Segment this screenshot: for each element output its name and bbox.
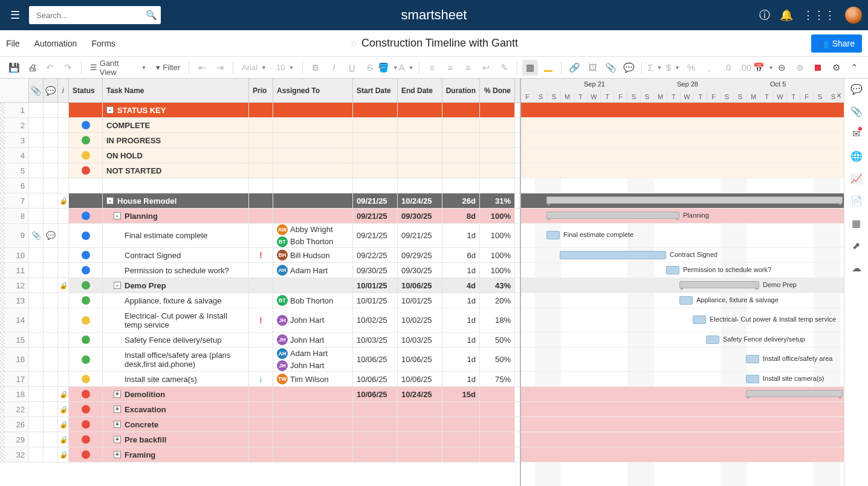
- menu-file[interactable]: File: [6, 39, 20, 48]
- cell-comment[interactable]: [44, 372, 58, 386]
- cell-status[interactable]: [69, 178, 103, 193]
- align-center-icon[interactable]: ≡: [442, 60, 458, 76]
- cell-duration[interactable]: 1d: [442, 308, 480, 332]
- cell-assigned[interactable]: AHAdam HartJHJohn Hart: [273, 348, 353, 371]
- cell-task[interactable]: NOT STARTED: [103, 163, 249, 178]
- zoom-in-icon[interactable]: ⊕: [792, 60, 808, 76]
- row-number[interactable]: 2: [0, 118, 29, 132]
- cell-info[interactable]: [58, 263, 69, 277]
- cell-assigned[interactable]: [273, 209, 353, 223]
- currency-icon[interactable]: $▼: [665, 60, 681, 76]
- cell-status[interactable]: [69, 103, 103, 117]
- gantt-row[interactable]: [521, 417, 844, 432]
- cell-priority[interactable]: [249, 263, 273, 277]
- cell-end-date[interactable]: 10/24/25: [398, 193, 442, 208]
- cell-end-date[interactable]: 10/02/25: [398, 308, 442, 332]
- panel-summary-icon[interactable]: 📄: [850, 195, 863, 207]
- share-button[interactable]: 👥 Share: [811, 34, 862, 53]
- cell-percent-done[interactable]: [480, 432, 515, 447]
- cell-start-date[interactable]: [353, 402, 398, 416]
- cell-task[interactable]: -Demo Prep: [103, 278, 249, 293]
- cell-info[interactable]: 🔒: [58, 278, 69, 293]
- row-number[interactable]: 8: [0, 209, 29, 223]
- cell-end-date[interactable]: [398, 432, 442, 447]
- cell-percent-done[interactable]: 31%: [480, 193, 515, 208]
- strike-icon[interactable]: S: [362, 60, 378, 76]
- cell-priority[interactable]: !: [249, 308, 273, 332]
- cell-percent-done[interactable]: 50%: [480, 348, 515, 371]
- cell-duration[interactable]: 8d: [442, 209, 480, 223]
- cell-start-date[interactable]: [353, 118, 398, 132]
- cell-attachment[interactable]: [29, 348, 44, 371]
- cell-duration[interactable]: 1d: [442, 293, 480, 308]
- grid-row[interactable]: 11Permission to schedule work?AHAdam Har…: [0, 263, 520, 278]
- cell-duration[interactable]: [442, 402, 480, 416]
- cell-end-date[interactable]: [398, 103, 442, 117]
- cell-priority[interactable]: !: [249, 248, 273, 262]
- cell-attachment[interactable]: [29, 372, 44, 386]
- cell-info[interactable]: [58, 163, 69, 178]
- grid-row[interactable]: 16Install office/safety area (plans desk…: [0, 348, 520, 372]
- cell-percent-done[interactable]: [480, 417, 515, 432]
- grid-row[interactable]: 7🔒-House Remodel09/21/2510/24/2526d31%: [0, 193, 520, 209]
- cell-priority[interactable]: [249, 293, 273, 308]
- row-number[interactable]: 10: [0, 248, 29, 262]
- cell-assigned[interactable]: TWTim Wilson: [273, 372, 353, 386]
- cell-percent-done[interactable]: 100%: [480, 263, 515, 277]
- gantt-close-icon[interactable]: ×: [837, 91, 841, 100]
- col-info-icon[interactable]: i: [58, 79, 69, 102]
- underline-icon[interactable]: U: [344, 60, 360, 76]
- gantt-row[interactable]: [521, 118, 844, 133]
- cell-end-date[interactable]: [398, 447, 442, 462]
- row-number[interactable]: 6: [0, 178, 29, 193]
- cell-status[interactable]: [69, 308, 103, 332]
- gantt-bar[interactable]: [560, 251, 666, 259]
- cell-attachment[interactable]: [29, 402, 44, 416]
- cell-percent-done[interactable]: 100%: [480, 248, 515, 262]
- cell-task[interactable]: +Excavation: [103, 402, 249, 416]
- row-number[interactable]: 26: [0, 417, 29, 432]
- panel-workapps-icon[interactable]: ⬈: [852, 240, 860, 251]
- row-number[interactable]: 16: [0, 348, 29, 371]
- cell-info[interactable]: 🔒: [58, 417, 69, 432]
- highlight-icon[interactable]: [540, 60, 556, 76]
- gantt-bar[interactable]: [746, 375, 759, 383]
- cell-status[interactable]: [69, 148, 103, 163]
- menu-forms[interactable]: Forms: [91, 39, 115, 48]
- cell-end-date[interactable]: 09/30/25: [398, 209, 442, 223]
- cell-task[interactable]: Electrical- Cut power & Install temp ser…: [103, 308, 249, 332]
- attach-icon[interactable]: 📎: [603, 60, 618, 76]
- cell-attachment[interactable]: [29, 417, 44, 432]
- grid-row[interactable]: 1-STATUS KEY: [0, 103, 520, 118]
- row-number[interactable]: 4: [0, 148, 29, 163]
- row-number[interactable]: 13: [0, 293, 29, 308]
- cell-info[interactable]: [58, 178, 69, 193]
- cell-start-date[interactable]: [353, 178, 398, 193]
- cell-comment[interactable]: [44, 278, 58, 293]
- italic-icon[interactable]: I: [326, 60, 342, 76]
- cell-assigned[interactable]: [273, 387, 353, 401]
- cell-info[interactable]: 🔒: [58, 387, 69, 401]
- cell-start-date[interactable]: 10/06/25: [353, 387, 398, 401]
- row-number[interactable]: 17: [0, 372, 29, 386]
- panel-publish-icon[interactable]: 🌐: [850, 151, 863, 162]
- cell-assigned[interactable]: [273, 417, 353, 432]
- cell-info[interactable]: [58, 148, 69, 163]
- grid-row[interactable]: 17Install site camera(s)↓TWTim Wilson10/…: [0, 372, 520, 387]
- cell-attachment[interactable]: [29, 447, 44, 462]
- gantt-bar[interactable]: [679, 281, 759, 288]
- grid-row[interactable]: 8-Planning09/21/2509/30/258d100%: [0, 209, 520, 224]
- cell-percent-done[interactable]: [480, 402, 515, 416]
- cell-duration[interactable]: 1d: [442, 372, 480, 386]
- cell-duration[interactable]: 6d: [442, 248, 480, 262]
- settings-icon[interactable]: ⚙: [828, 60, 844, 76]
- filter-button[interactable]: ▾ Filter: [152, 60, 184, 76]
- cell-percent-done[interactable]: 100%: [480, 224, 515, 247]
- cell-priority[interactable]: [249, 163, 273, 178]
- font-size-select[interactable]: 10▼: [273, 60, 297, 76]
- cell-task[interactable]: -Planning: [103, 209, 249, 223]
- indent-icon[interactable]: ⇥: [212, 60, 228, 76]
- cell-duration[interactable]: 1d: [442, 224, 480, 247]
- font-select[interactable]: Arial▼: [238, 60, 270, 76]
- cell-priority[interactable]: [249, 402, 273, 416]
